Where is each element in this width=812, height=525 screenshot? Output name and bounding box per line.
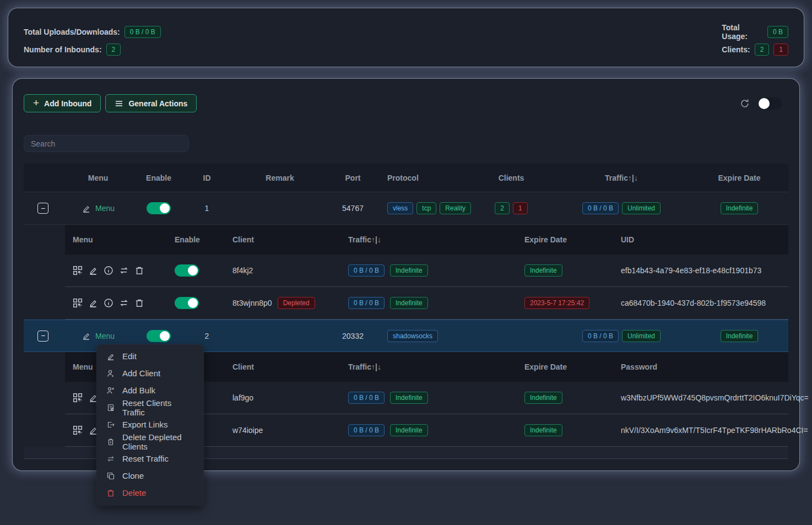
enable-toggle[interactable]: [147, 202, 171, 214]
delete-client-icon[interactable]: [134, 298, 144, 308]
reset-traffic-icon[interactable]: [119, 298, 129, 308]
users-bulk-icon: [106, 386, 115, 395]
client-enable-toggle[interactable]: [175, 297, 199, 309]
search-input[interactable]: [24, 135, 189, 152]
edit-client-icon[interactable]: [88, 266, 98, 275]
hamburger-icon: [115, 99, 123, 108]
info-icon[interactable]: [104, 298, 113, 308]
security-tag: Reality: [440, 202, 471, 214]
subheader-expire: Expire Date: [517, 235, 613, 244]
menu-item-clone[interactable]: Clone: [96, 467, 204, 484]
qrcode-icon[interactable]: [73, 266, 83, 275]
copy-icon: [106, 472, 115, 480]
subheader-password: Password: [613, 362, 788, 371]
clients-label: Clients:: [722, 45, 750, 54]
row-menu-button[interactable]: Menu: [82, 204, 115, 213]
header-id: ID: [183, 174, 230, 182]
qrcode-icon[interactable]: [73, 393, 83, 403]
client-duration-badge: Indefinite: [390, 264, 428, 277]
client-name: 8t3wjnn8p0: [232, 299, 272, 307]
export-icon: [106, 420, 115, 429]
clients-depleted-badge: 1: [773, 44, 788, 56]
reset-traffic-icon[interactable]: [119, 266, 129, 275]
inbound-context-menu: Edit Add Client Add Bulk Reset Clients T…: [96, 344, 204, 506]
menu-item-delete[interactable]: Delete: [96, 484, 204, 501]
client-uid: ca68470b-1940-437d-802b-1f9573e94598: [613, 299, 788, 307]
header-remark: Remark: [230, 174, 329, 182]
client-traffic-badge: 0 B / 0 B: [348, 264, 385, 277]
inbound-row-1[interactable]: − Menu 1 54767 vless tcp Reality 2 1: [24, 192, 788, 225]
header-menu: Menu: [62, 174, 134, 182]
inbound-id: 1: [183, 204, 230, 213]
table-header-row: Menu Enable ID Remark Port Protocol Clie…: [24, 164, 788, 192]
stat-total-usage: Total Usage: 0 B: [348, 25, 788, 39]
client-name: 8f4kj2: [225, 266, 340, 275]
general-actions-button[interactable]: General Actions: [105, 94, 197, 112]
traffic-badge: 0 B / 0 B: [582, 330, 619, 342]
menu-item-reset-clients-traffic[interactable]: Reset Clients Traffic: [96, 399, 204, 416]
inbound-port: 20332: [329, 332, 376, 340]
toggle-knob: [160, 331, 170, 341]
menu-item-delete-depleted-clients[interactable]: Delete Depleted Clients: [96, 433, 204, 450]
info-icon[interactable]: [104, 266, 113, 275]
client-expire-badge: 2023-5-7 17:25:42: [524, 297, 589, 309]
client-traffic-badge: 0 B / 0 B: [348, 297, 385, 309]
enable-toggle[interactable]: [147, 330, 171, 342]
protocol-tag: vless: [387, 202, 413, 214]
client-password: w3NfbzUPf5WWd745Q8pvsmQrdrttT2IO6knuI7Di…: [613, 393, 809, 402]
stat-inbounds: Number of Inbounds: 2: [24, 42, 348, 57]
refresh-icon[interactable]: [739, 98, 750, 109]
edit-client-icon[interactable]: [88, 298, 98, 308]
client-traffic-badge: 0 B / 0 B: [348, 424, 385, 436]
client-enable-toggle[interactable]: [175, 264, 199, 277]
add-inbound-label: Add Inbound: [44, 99, 91, 108]
collapse-row-button[interactable]: −: [37, 203, 48, 214]
client-duration-badge: Indefinite: [390, 297, 428, 309]
client-name: laf9go: [225, 393, 340, 402]
toolbar: + Add Inbound General Actions: [24, 94, 788, 112]
subheader-traffic: Traffic↑|↓: [340, 362, 517, 371]
delete-client-icon[interactable]: [134, 266, 144, 275]
collapse-row-button[interactable]: −: [37, 331, 48, 342]
row-menu-button[interactable]: Menu: [82, 331, 115, 340]
menu-item-label: Add Bulk: [122, 386, 155, 395]
expire-badge: Indefinite: [721, 330, 759, 342]
header-traffic[interactable]: Traffic↑|↓: [553, 174, 690, 182]
header-enable: Enable: [134, 174, 183, 182]
depleted-badge: Depleted: [278, 297, 315, 309]
stats-card: Total Uploads/Downloads: 0 B / 0 B Total…: [8, 8, 804, 67]
qrcode-icon[interactable]: [73, 298, 83, 308]
menu-item-label: Delete: [122, 488, 146, 497]
traffic-limit-badge: Unlimited: [622, 330, 661, 342]
protocol-tag: shadowsocks: [387, 330, 438, 342]
client-duration-badge: Indefinite: [390, 392, 428, 404]
dark-mode-toggle[interactable]: [758, 98, 782, 110]
traffic-badge: 0 B / 0 B: [582, 202, 619, 214]
subheader-client: Client: [225, 362, 340, 371]
clipboard-reset-icon: [106, 403, 115, 412]
clients-active-badge: 2: [755, 44, 770, 56]
menu-item-reset-traffic[interactable]: Reset Traffic: [96, 450, 204, 467]
edit-pencil-icon: [82, 204, 91, 213]
menu-item-edit[interactable]: Edit: [96, 348, 204, 365]
header-expire-date: Expire Date: [690, 174, 788, 182]
qrcode-icon[interactable]: [73, 425, 83, 435]
usage-value-badge: 0 B: [767, 26, 788, 38]
clients-active-badge: 2: [495, 202, 510, 214]
menu-item-add-client[interactable]: Add Client: [96, 365, 204, 382]
edit-pencil-icon: [82, 331, 91, 340]
toggle-knob: [188, 298, 198, 308]
clients-depleted-badge: 1: [513, 202, 528, 214]
header-clients: Clients: [470, 174, 553, 182]
client-duration-badge: Indefinite: [390, 424, 428, 436]
client-name: w74ioipe: [225, 426, 340, 435]
uploads-label: Total Uploads/Downloads:: [24, 28, 120, 36]
menu-item-export-links[interactable]: Export Links: [96, 416, 204, 433]
toggle-knob: [188, 266, 198, 275]
client-expire-badge: Indefinite: [524, 392, 562, 404]
subheader-uid: UID: [613, 235, 788, 244]
menu-item-add-bulk[interactable]: Add Bulk: [96, 382, 204, 399]
add-inbound-button[interactable]: + Add Inbound: [24, 94, 101, 112]
row-menu-label: Menu: [95, 332, 115, 340]
usage-label: Total Usage:: [722, 23, 763, 41]
